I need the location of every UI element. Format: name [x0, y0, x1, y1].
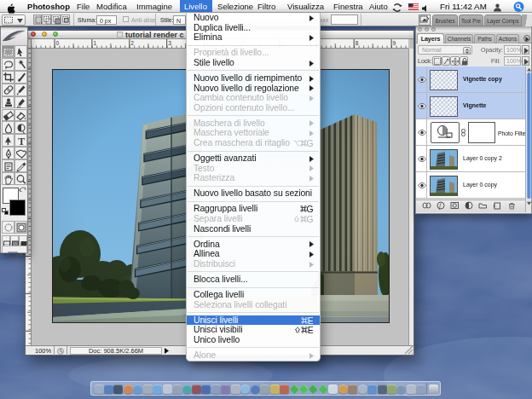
- svg-text:3: 3: [168, 40, 171, 46]
- svg-text:1: 1: [93, 40, 96, 46]
- svg-text:2: 2: [130, 40, 134, 46]
- svg-text:8: 8: [356, 40, 359, 46]
- svg-text:9: 9: [393, 40, 396, 46]
- svg-text:0: 0: [56, 40, 60, 46]
- svg-text:T: T: [18, 136, 25, 147]
